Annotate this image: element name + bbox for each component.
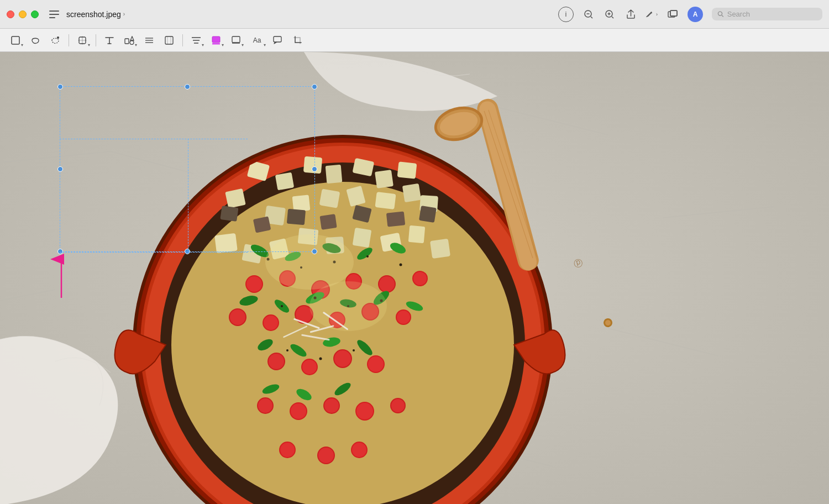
search-input[interactable]	[727, 10, 817, 18]
svg-rect-32	[212, 43, 220, 45]
separator-1	[69, 34, 69, 46]
window-title: screenshot.jpeg ›	[66, 10, 125, 19]
share-button[interactable]	[625, 8, 637, 20]
search-icon	[717, 11, 724, 18]
svg-point-119	[280, 443, 295, 457]
search-bar[interactable]	[712, 8, 822, 20]
svg-point-172	[265, 234, 354, 290]
svg-point-21	[130, 40, 134, 44]
svg-rect-1	[49, 14, 59, 15]
tool-smart-lasso[interactable]	[46, 32, 64, 49]
svg-point-89	[230, 309, 245, 325]
tool-fill-color[interactable]	[207, 32, 225, 49]
svg-rect-67	[214, 233, 238, 253]
info-button[interactable]: i	[558, 7, 574, 22]
svg-rect-148	[419, 206, 437, 223]
svg-point-111	[291, 403, 306, 419]
svg-point-165	[281, 305, 283, 307]
svg-rect-75	[430, 239, 450, 259]
svg-rect-19	[125, 39, 129, 44]
filename-label: screenshot.jpeg	[66, 10, 121, 19]
svg-point-99	[397, 311, 410, 324]
main-canvas[interactable]: ⓟ	[0, 52, 829, 504]
svg-marker-20	[130, 36, 134, 40]
svg-rect-55	[326, 165, 343, 183]
tool-shapes[interactable]	[120, 32, 138, 49]
svg-line-15	[722, 15, 723, 17]
svg-line-5	[591, 17, 592, 18]
svg-point-14	[718, 12, 722, 15]
tool-text[interactable]	[101, 32, 118, 49]
title-bar-actions: i	[558, 7, 822, 22]
svg-point-85	[379, 276, 395, 292]
svg-rect-54	[303, 156, 322, 174]
svg-point-169	[286, 349, 288, 351]
tool-lines[interactable]	[140, 32, 158, 49]
title-chevron: ›	[123, 11, 125, 17]
svg-point-121	[318, 448, 334, 463]
tool-move[interactable]	[74, 32, 91, 49]
svg-rect-53	[275, 172, 294, 191]
svg-rect-62	[319, 188, 340, 208]
svg-point-171	[353, 349, 355, 351]
svg-point-109	[258, 398, 272, 413]
separator-3	[182, 34, 183, 46]
svg-point-103	[302, 360, 317, 374]
svg-rect-142	[220, 206, 238, 222]
zoom-in-button[interactable]	[604, 8, 616, 20]
svg-rect-145	[319, 214, 337, 230]
svg-rect-144	[287, 209, 306, 225]
svg-point-105	[334, 350, 351, 367]
maximize-button[interactable]	[31, 11, 39, 18]
tool-speech[interactable]	[269, 32, 287, 49]
svg-rect-31	[212, 36, 220, 43]
duplicate-window-button[interactable]	[667, 8, 679, 20]
svg-point-107	[368, 356, 384, 372]
svg-point-123	[352, 443, 366, 457]
tool-font[interactable]: Aa	[247, 32, 267, 49]
svg-rect-12	[670, 11, 677, 16]
svg-point-51	[171, 182, 514, 504]
svg-rect-72	[353, 228, 372, 248]
svg-point-113	[324, 398, 339, 413]
sidebar-toggle-button[interactable]	[45, 6, 63, 23]
zoom-out-button[interactable]	[583, 8, 595, 20]
svg-rect-58	[397, 161, 417, 179]
svg-line-9	[612, 17, 613, 18]
svg-point-117	[391, 399, 405, 412]
svg-rect-2	[49, 17, 55, 18]
svg-rect-74	[408, 225, 426, 243]
svg-rect-33	[232, 36, 240, 43]
tool-crop[interactable]	[289, 32, 307, 49]
separator-2	[96, 34, 96, 46]
svg-rect-16	[12, 36, 19, 44]
svg-rect-65	[402, 183, 421, 202]
svg-point-17	[57, 36, 59, 39]
svg-rect-35	[274, 36, 281, 42]
svg-point-87	[413, 272, 427, 285]
tool-border[interactable]	[227, 32, 245, 49]
tool-zoom-fit[interactable]	[160, 32, 178, 49]
account-button[interactable]: A	[688, 7, 703, 22]
food-image: ⓟ	[0, 52, 829, 504]
svg-point-170	[319, 358, 322, 360]
tool-lasso[interactable]	[27, 32, 44, 49]
svg-point-91	[264, 316, 278, 330]
font-label: Aa	[253, 36, 261, 44]
markup-toggle-button[interactable]: ›	[646, 8, 658, 20]
svg-rect-147	[386, 211, 405, 227]
tool-select[interactable]	[7, 32, 24, 49]
svg-rect-57	[375, 170, 393, 188]
svg-point-77	[246, 276, 262, 292]
svg-point-164	[400, 264, 402, 266]
title-bar: screenshot.jpeg › i	[0, 0, 829, 29]
svg-point-115	[356, 403, 373, 419]
tool-align[interactable]	[187, 32, 205, 49]
svg-point-163	[366, 255, 369, 258]
svg-point-173	[309, 281, 387, 331]
minimize-button[interactable]	[19, 11, 27, 18]
traffic-lights	[7, 11, 39, 18]
close-button[interactable]	[7, 11, 14, 18]
toolbar: Aa	[0, 29, 829, 52]
svg-rect-0	[49, 11, 59, 12]
